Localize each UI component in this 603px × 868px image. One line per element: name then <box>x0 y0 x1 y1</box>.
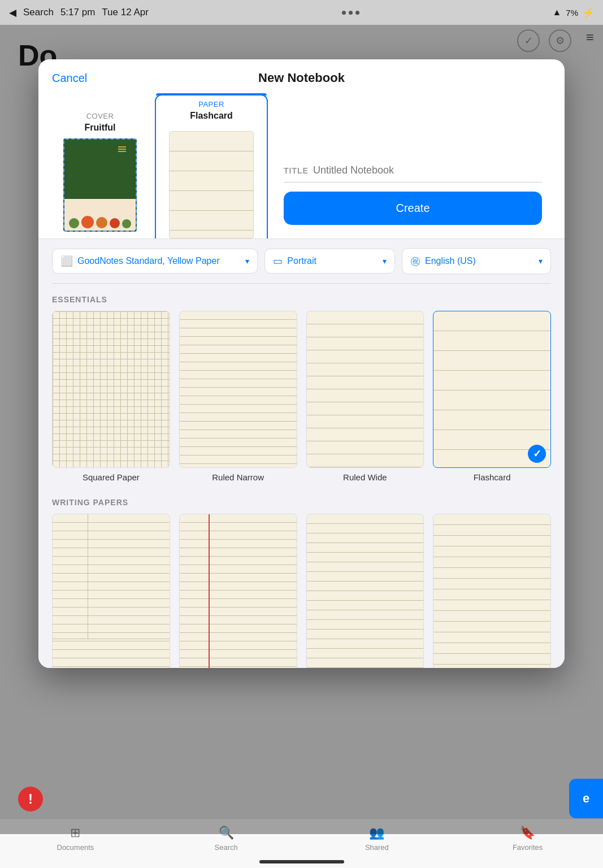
paper-item-legal[interactable]: Legal <box>179 514 297 668</box>
paper-name-ruled-wide: Ruled Wide <box>343 472 387 482</box>
wifi-icon: ▲ <box>552 7 561 18</box>
paper-thumb-legal <box>179 514 297 668</box>
language-dropdown-label: English (US) <box>425 256 534 266</box>
home-indicator <box>259 860 344 863</box>
writing-grid: Cornell Legal Single Column Mix Single C… <box>52 514 551 668</box>
paper-thumb-ruled-wide <box>306 311 424 468</box>
dropdown-row: ⬜ GoodNotes Standard, Yellow Paper ▾ ▭ P… <box>52 239 551 284</box>
battery-level: 7% <box>566 8 578 18</box>
title-label: TITLE <box>284 166 309 175</box>
cover-decoration <box>64 197 136 231</box>
paper-preview <box>169 131 254 238</box>
paper-item-ruled-narrow[interactable]: Ruled Narrow <box>179 311 297 482</box>
orientation-dropdown-label: Portrait <box>287 256 378 266</box>
orientation-icon: ▭ <box>273 255 283 267</box>
paper-item-cornell[interactable]: Cornell <box>52 514 170 668</box>
create-button[interactable]: Create <box>284 192 542 225</box>
selector-row: COVER Fruitful <box>52 94 551 238</box>
paper-item-single-col[interactable]: Single Column <box>433 514 551 668</box>
template-dropdown[interactable]: ⬜ GoodNotes Standard, Yellow Paper ▾ <box>52 249 258 274</box>
back-arrow[interactable]: ◀ <box>9 7 16 19</box>
modal-title: New Notebook <box>258 71 345 85</box>
status-bar: ◀ Search 5:17 pm Tue 12 Apr ▲ 7% ⚡ <box>0 0 603 25</box>
language-icon: ㊗ <box>410 254 420 268</box>
cover-value: Fruitful <box>84 123 115 133</box>
error-badge: ! <box>18 787 43 811</box>
template-dropdown-label: GoodNotes Standard, Yellow Paper <box>77 256 241 266</box>
paper-section[interactable]: PAPER Flashcard <box>155 94 268 238</box>
right-section: TITLE Create <box>275 155 551 238</box>
paper-list: ESSENTIALS Squared Paper Ruled Narrow Ru… <box>52 284 551 668</box>
modal-title-row: Cancel New Notebook <box>52 71 551 85</box>
cover-label: COVER <box>86 112 114 120</box>
status-time: 5:17 pm <box>60 7 95 18</box>
status-right: ▲ 7% ⚡ <box>552 7 594 18</box>
cancel-button[interactable]: Cancel <box>52 72 87 85</box>
paper-name-flashcard: Flashcard <box>474 472 511 482</box>
favorites-label: Favorites <box>513 843 543 852</box>
orientation-chevron-icon: ▾ <box>383 257 387 266</box>
battery-icon: ⚡ <box>583 7 594 18</box>
status-left: ◀ Search 5:17 pm Tue 12 Apr <box>9 7 149 19</box>
language-dropdown[interactable]: ㊗ English (US) ▾ <box>402 248 551 274</box>
paper-thumb-ruled-narrow <box>179 311 297 468</box>
status-dots <box>342 11 359 15</box>
title-row: TITLE <box>284 164 542 183</box>
template-icon: ⬜ <box>60 255 73 267</box>
modal-header: Cancel New Notebook COVER Fruitful <box>38 59 565 239</box>
paper-label: PAPER <box>198 100 224 108</box>
paper-name-ruled-narrow: Ruled Narrow <box>212 472 264 482</box>
documents-label: Documents <box>57 843 94 852</box>
cover-image <box>63 138 137 232</box>
orientation-dropdown[interactable]: ▭ Portrait ▾ <box>264 249 395 274</box>
paper-thumb-single-col <box>433 514 551 668</box>
cover-image-inner <box>64 140 136 231</box>
search-label[interactable]: Search <box>23 7 54 18</box>
paper-thumb-single-col-mix <box>306 514 424 668</box>
paper-item-squared[interactable]: Squared Paper <box>52 311 170 482</box>
paper-item-ruled-wide[interactable]: Ruled Wide <box>306 311 424 482</box>
paper-thumb-squared <box>52 311 170 468</box>
paper-top-indicator <box>156 93 267 96</box>
paper-item-single-col-mix[interactable]: Single Column Mix <box>306 514 424 668</box>
paper-item-flashcard[interactable]: ✓ Flashcard <box>433 311 551 482</box>
paper-value: Flashcard <box>190 111 233 121</box>
paper-thumb-cornell <box>52 514 170 668</box>
cover-section[interactable]: COVER Fruitful <box>52 107 148 238</box>
paper-thumb-flashcard: ✓ <box>433 311 551 468</box>
paper-name-squared: Squared Paper <box>83 472 140 482</box>
new-notebook-modal: Cancel New Notebook COVER Fruitful <box>38 59 565 668</box>
template-picker: ⬜ GoodNotes Standard, Yellow Paper ▾ ▭ P… <box>38 239 565 668</box>
section-header-essentials: ESSENTIALS <box>52 284 551 311</box>
cover-badge <box>115 146 129 160</box>
title-input[interactable] <box>313 164 542 176</box>
shared-label: Shared <box>365 843 389 852</box>
search-label: Search <box>215 843 238 852</box>
status-date: Tue 12 Apr <box>102 7 149 18</box>
essentials-grid: Squared Paper Ruled Narrow Ruled Wide ✓ … <box>52 311 551 482</box>
selected-check-icon: ✓ <box>528 445 546 463</box>
template-chevron-icon: ▾ <box>245 257 249 266</box>
section-header-writing: WRITING PAPERS <box>52 487 551 514</box>
language-chevron-icon: ▾ <box>539 257 543 266</box>
bg-blue-button[interactable]: e <box>569 779 603 818</box>
